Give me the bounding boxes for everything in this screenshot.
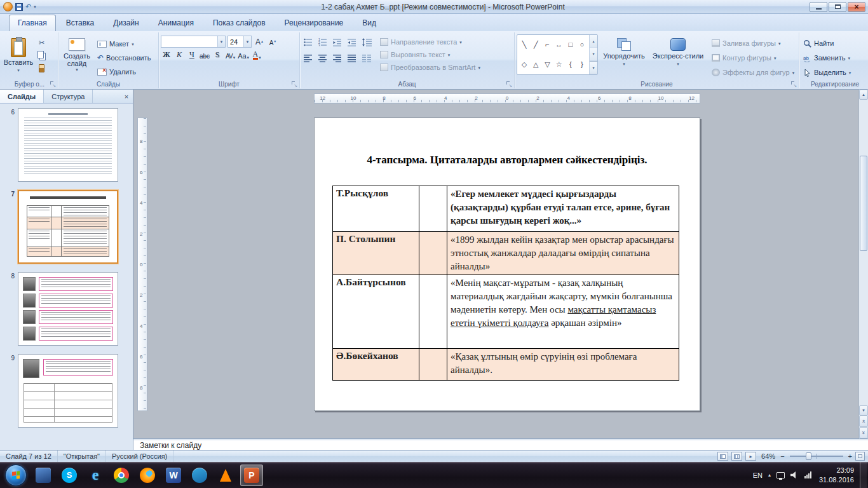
previous-slide-button[interactable]: » (859, 416, 868, 427)
align-text-button[interactable]: Выровнять текст ▾ (378, 48, 482, 61)
slide-table[interactable]: Т.Рысқұлов«Егер мемлекет мүддесі қырғызд… (332, 186, 679, 381)
shrink-font-button[interactable]: А▾ (267, 36, 278, 48)
shape-icon[interactable]: } (581, 61, 583, 68)
zoom-in-button[interactable]: + (848, 452, 852, 460)
table-row[interactable]: П. Столыпин«1899 жылдан кейін қазақтар м… (333, 232, 679, 275)
tab-slides[interactable]: Слайды (0, 90, 44, 103)
font-size-combo[interactable]: 24 ▾ (227, 36, 252, 48)
vertical-scrollbar[interactable]: ▴ ▾ » » (858, 90, 868, 438)
media-player-icon[interactable] (188, 464, 211, 486)
clipboard-dialog-launcher[interactable]: ↘ (50, 81, 56, 87)
slide-title[interactable]: 4-тапсырма. Цитаталарды авторлармен сәйк… (336, 154, 678, 166)
ribbon-tab-6[interactable]: Вид (353, 15, 385, 31)
shape-icon[interactable]: △ (533, 61, 538, 68)
volume-icon[interactable] (790, 471, 799, 478)
undo-icon[interactable]: ↶ (25, 3, 31, 10)
zoom-level[interactable]: 64% (759, 452, 777, 460)
author-cell[interactable]: П. Столыпин (333, 232, 419, 275)
theme-name[interactable]: "Открытая" (58, 451, 106, 462)
shape-fill-button[interactable]: Заливка фигуры ▾ (710, 37, 796, 50)
paste-button[interactable]: Вставить ▾ (3, 34, 34, 80)
close-button[interactable]: × (848, 2, 865, 12)
align-right-button[interactable] (331, 53, 344, 64)
text-shadow-button[interactable]: S (212, 50, 223, 61)
shape-icon[interactable]: ○ (580, 41, 585, 48)
character-spacing-button[interactable]: AV▾ (224, 50, 236, 61)
scrollbar-track[interactable] (859, 100, 868, 405)
columns-button[interactable] (360, 53, 373, 64)
table-row[interactable]: Т.Рысқұлов«Егер мемлекет мүддесі қырғызд… (333, 186, 679, 232)
taskbar-app-icon[interactable] (32, 464, 55, 486)
copy-button[interactable] (36, 50, 48, 61)
slide-canvas[interactable]: 4-тапсырма. Цитаталарды авторлармен сәйк… (314, 118, 700, 411)
shape-outline-button[interactable]: Контур фигуры ▾ (710, 51, 796, 64)
reset-slide-button[interactable]: ↶ Восстановить (95, 51, 153, 64)
match-cell[interactable] (419, 186, 447, 232)
show-desktop-button[interactable] (860, 462, 867, 488)
shape-icon[interactable]: { (569, 61, 572, 68)
display-tray-icon[interactable] (776, 472, 785, 478)
match-cell[interactable] (419, 232, 447, 275)
shape-icon[interactable]: ⌐ (545, 41, 549, 48)
strikethrough-button[interactable]: abc (199, 50, 210, 61)
layout-button[interactable]: Макет ▾ (95, 37, 153, 50)
shape-icon[interactable]: ☆ (556, 61, 562, 68)
scroll-down-button[interactable]: ▾ (859, 405, 868, 416)
shape-icon[interactable]: ↔ (555, 41, 562, 48)
replace-button[interactable]: ab Заменить ▾ (801, 51, 868, 64)
paragraph-dialog-launcher[interactable]: ↘ (506, 81, 512, 87)
match-cell[interactable] (419, 349, 447, 381)
quote-cell[interactable]: «Егер мемлекет мүддесі қырғыздарды (қаза… (447, 186, 679, 232)
cut-button[interactable]: ✂ (36, 37, 48, 48)
gallery-down-icon[interactable]: ▾ (590, 48, 597, 60)
ribbon-tab-4[interactable]: Показ слайдов (204, 15, 275, 31)
shape-icon[interactable]: ╱ (534, 41, 538, 48)
font-dialog-launcher[interactable]: ↘ (291, 81, 297, 87)
arrange-button[interactable]: Упорядочить ▾ (602, 34, 646, 80)
ribbon-tab-2[interactable]: Дизайн (104, 15, 147, 31)
numbering-button[interactable]: 123 (316, 37, 329, 48)
slide-sorter-button[interactable] (731, 452, 742, 461)
notes-pane[interactable]: Заметки к слайду (133, 438, 868, 450)
line-spacing-button[interactable] (360, 37, 373, 48)
format-painter-button[interactable] (36, 62, 48, 74)
ribbon-tab-5[interactable]: Рецензирование (276, 15, 353, 31)
table-row[interactable]: А.Байтұрсынов«Менің мақсат-мұратым - қаз… (333, 275, 679, 349)
normal-view-button[interactable] (717, 452, 728, 461)
slide-thumbnail-6[interactable]: 6 (18, 108, 126, 182)
internet-explorer-icon[interactable]: e (84, 464, 107, 486)
maximize-button[interactable] (829, 2, 846, 12)
shape-icon[interactable]: ▽ (545, 61, 550, 68)
gallery-more-icon[interactable]: ▾ (590, 61, 597, 74)
save-icon[interactable] (15, 3, 23, 11)
firefox-icon[interactable] (136, 464, 159, 486)
language-indicator[interactable]: EN (753, 471, 763, 479)
office-button[interactable] (3, 2, 13, 11)
slide-thumbnail-9[interactable]: 9 (18, 354, 126, 428)
match-cell[interactable] (419, 275, 447, 349)
author-cell[interactable]: А.Байтұрсынов (333, 275, 419, 349)
word-icon[interactable]: W (162, 464, 185, 486)
font-color-button[interactable]: А▾ (251, 50, 262, 61)
scroll-up-button[interactable]: ▴ (859, 90, 868, 100)
author-cell[interactable]: Т.Рысқұлов (333, 186, 419, 232)
align-center-button[interactable] (316, 53, 329, 64)
slide-thumbnail-8[interactable]: 8 (18, 272, 126, 346)
convert-to-smartart-button[interactable]: Преобразовать в SmartArt ▾ (378, 61, 482, 74)
zoom-out-button[interactable]: − (780, 452, 784, 460)
start-button[interactable] (5, 464, 27, 486)
shape-icon[interactable]: ◇ (522, 61, 527, 68)
quick-styles-button[interactable]: Экспресс-стили ▾ (650, 34, 706, 80)
delete-slide-button[interactable]: Удалить (95, 65, 153, 78)
shape-effects-button[interactable]: Эффекты для фигур ▾ (710, 66, 796, 79)
quote-cell[interactable]: «Қазақ ұлтының өмір сүруінің өзі проблем… (447, 349, 679, 381)
next-slide-button[interactable]: » (859, 427, 868, 438)
gallery-up-icon[interactable]: ▴ (590, 35, 597, 48)
vlc-icon[interactable] (214, 464, 237, 486)
drawing-dialog-launcher[interactable]: ↘ (790, 81, 797, 87)
increase-indent-button[interactable] (346, 37, 358, 48)
shape-icon[interactable]: ╲ (522, 41, 527, 48)
decrease-indent-button[interactable] (331, 37, 344, 48)
quote-cell[interactable]: «1899 жылдан кейін қазақтар мен орыстар … (447, 232, 679, 275)
ribbon-tab-0[interactable]: Главная (9, 15, 56, 31)
